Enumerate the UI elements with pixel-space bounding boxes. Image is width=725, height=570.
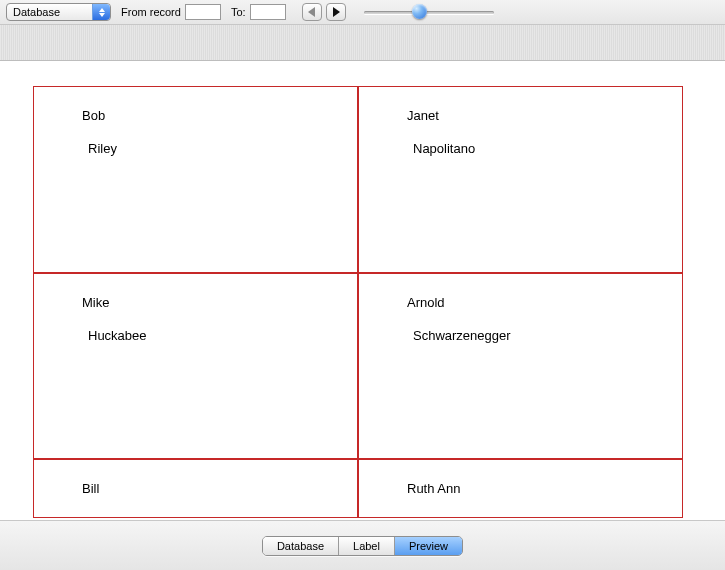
from-record-label: From record (121, 6, 181, 18)
last-name: Huckabee (82, 329, 309, 342)
top-toolbar: Database From record To: (0, 0, 725, 25)
first-name: Janet (407, 109, 634, 122)
last-name: Riley (82, 142, 309, 155)
from-record-input[interactable] (185, 4, 221, 20)
source-select[interactable]: Database (6, 3, 111, 21)
label-card: Mike Huckabee (34, 273, 358, 459)
first-name: Arnold (407, 296, 634, 309)
svg-marker-1 (333, 7, 340, 17)
label-row: Bill Ruth Ann (34, 459, 682, 517)
label-card: Arnold Schwarzenegger (358, 273, 682, 459)
label-sheet: Bob Riley Janet Napolitano Mike Huckabee… (33, 86, 683, 518)
bottom-bar: Database Label Preview (0, 520, 725, 570)
first-name: Bill (82, 482, 309, 495)
first-name: Ruth Ann (407, 482, 634, 495)
source-select-label: Database (13, 6, 60, 18)
last-name: Schwarzenegger (407, 329, 634, 342)
toolbar-texture-strip (0, 25, 725, 61)
prev-record-button[interactable] (302, 3, 322, 21)
tab-database[interactable]: Database (263, 537, 338, 555)
tab-label[interactable]: Label (338, 537, 394, 555)
label-card: Janet Napolitano (358, 87, 682, 273)
to-record-input[interactable] (250, 4, 286, 20)
label-card: Ruth Ann (358, 459, 682, 517)
label-row: Mike Huckabee Arnold Schwarzenegger (34, 273, 682, 459)
triangle-left-icon (308, 7, 316, 17)
preview-canvas: Bob Riley Janet Napolitano Mike Huckabee… (0, 61, 725, 519)
slider-track (364, 11, 494, 14)
first-name: Bob (82, 109, 309, 122)
label-card: Bill (34, 459, 358, 517)
svg-marker-0 (308, 7, 315, 17)
view-tabs: Database Label Preview (262, 536, 463, 556)
label-card: Bob Riley (34, 87, 358, 273)
triangle-right-icon (332, 7, 340, 17)
slider-thumb-icon[interactable] (412, 4, 427, 19)
next-record-button[interactable] (326, 3, 346, 21)
label-row: Bob Riley Janet Napolitano (34, 87, 682, 273)
up-down-arrows-icon (92, 4, 110, 20)
to-label: To: (231, 6, 246, 18)
tab-preview[interactable]: Preview (394, 537, 462, 555)
last-name: Napolitano (407, 142, 634, 155)
first-name: Mike (82, 296, 309, 309)
zoom-slider[interactable] (364, 3, 494, 21)
